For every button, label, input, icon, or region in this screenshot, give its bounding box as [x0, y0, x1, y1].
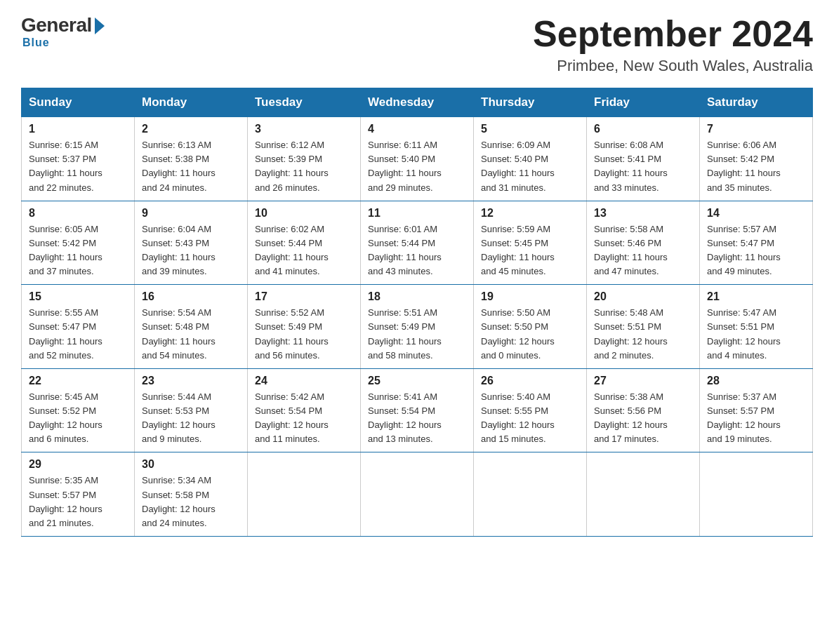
calendar-cell: 26Sunrise: 5:40 AMSunset: 5:55 PMDayligh…	[474, 368, 587, 452]
calendar-cell: 7Sunrise: 6:06 AMSunset: 5:42 PMDaylight…	[700, 117, 813, 201]
day-number: 27	[594, 375, 692, 387]
calendar-cell: 5Sunrise: 6:09 AMSunset: 5:40 PMDaylight…	[474, 117, 587, 201]
calendar-cell	[700, 452, 813, 537]
calendar-cell: 1Sunrise: 6:15 AMSunset: 5:37 PMDaylight…	[22, 117, 135, 201]
day-number: 22	[29, 375, 127, 387]
day-number: 17	[255, 290, 353, 303]
day-info: Sunrise: 6:06 AMSunset: 5:42 PMDaylight:…	[707, 138, 805, 195]
logo: General Blue	[21, 14, 105, 49]
day-info: Sunrise: 5:41 AMSunset: 5:54 PMDaylight:…	[368, 390, 466, 447]
day-info: Sunrise: 5:58 AMSunset: 5:46 PMDaylight:…	[594, 222, 692, 279]
location-title: Primbee, New South Wales, Australia	[533, 57, 813, 75]
calendar-cell: 24Sunrise: 5:42 AMSunset: 5:54 PMDayligh…	[248, 368, 361, 452]
calendar-cell: 6Sunrise: 6:08 AMSunset: 5:41 PMDaylight…	[587, 117, 700, 201]
day-info: Sunrise: 5:38 AMSunset: 5:56 PMDaylight:…	[594, 390, 692, 447]
calendar-header-row: SundayMondayTuesdayWednesdayThursdayFrid…	[22, 88, 813, 117]
day-number: 10	[255, 207, 353, 220]
day-number: 4	[368, 123, 466, 135]
calendar-day-header: Thursday	[474, 88, 587, 117]
calendar-cell: 10Sunrise: 6:02 AMSunset: 5:44 PMDayligh…	[248, 201, 361, 285]
calendar-cell	[361, 452, 474, 537]
calendar-week-row: 8Sunrise: 6:05 AMSunset: 5:42 PMDaylight…	[22, 201, 813, 285]
calendar-cell: 21Sunrise: 5:47 AMSunset: 5:51 PMDayligh…	[700, 285, 813, 369]
day-info: Sunrise: 5:45 AMSunset: 5:52 PMDaylight:…	[29, 390, 127, 447]
day-number: 26	[481, 375, 579, 387]
calendar-cell: 9Sunrise: 6:04 AMSunset: 5:43 PMDaylight…	[135, 201, 248, 285]
day-info: Sunrise: 6:11 AMSunset: 5:40 PMDaylight:…	[368, 138, 466, 195]
day-number: 19	[481, 290, 579, 303]
day-number: 12	[481, 207, 579, 220]
calendar-cell	[474, 452, 587, 537]
day-info: Sunrise: 6:09 AMSunset: 5:40 PMDaylight:…	[481, 138, 579, 195]
calendar-cell: 25Sunrise: 5:41 AMSunset: 5:54 PMDayligh…	[361, 368, 474, 452]
day-info: Sunrise: 6:02 AMSunset: 5:44 PMDaylight:…	[255, 222, 353, 279]
day-number: 7	[707, 123, 805, 135]
day-info: Sunrise: 5:47 AMSunset: 5:51 PMDaylight:…	[707, 306, 805, 363]
day-number: 24	[255, 375, 353, 387]
day-info: Sunrise: 5:52 AMSunset: 5:49 PMDaylight:…	[255, 306, 353, 363]
day-info: Sunrise: 5:54 AMSunset: 5:48 PMDaylight:…	[142, 306, 240, 363]
calendar-week-row: 1Sunrise: 6:15 AMSunset: 5:37 PMDaylight…	[22, 117, 813, 201]
day-number: 5	[481, 123, 579, 135]
calendar-day-header: Wednesday	[361, 88, 474, 117]
calendar-cell: 23Sunrise: 5:44 AMSunset: 5:53 PMDayligh…	[135, 368, 248, 452]
day-info: Sunrise: 5:57 AMSunset: 5:47 PMDaylight:…	[707, 222, 805, 279]
day-number: 8	[29, 207, 127, 220]
day-number: 6	[594, 123, 692, 135]
day-number: 2	[142, 123, 240, 135]
calendar-cell: 18Sunrise: 5:51 AMSunset: 5:49 PMDayligh…	[361, 285, 474, 369]
day-number: 3	[255, 123, 353, 135]
day-info: Sunrise: 5:37 AMSunset: 5:57 PMDaylight:…	[707, 390, 805, 447]
calendar-cell: 29Sunrise: 5:35 AMSunset: 5:57 PMDayligh…	[22, 452, 135, 537]
logo-arrow-icon	[95, 18, 105, 34]
calendar-cell: 28Sunrise: 5:37 AMSunset: 5:57 PMDayligh…	[700, 368, 813, 452]
day-info: Sunrise: 6:04 AMSunset: 5:43 PMDaylight:…	[142, 222, 240, 279]
calendar-cell: 11Sunrise: 6:01 AMSunset: 5:44 PMDayligh…	[361, 201, 474, 285]
day-info: Sunrise: 5:44 AMSunset: 5:53 PMDaylight:…	[142, 390, 240, 447]
day-number: 13	[594, 207, 692, 220]
day-info: Sunrise: 6:05 AMSunset: 5:42 PMDaylight:…	[29, 222, 127, 279]
calendar-cell: 27Sunrise: 5:38 AMSunset: 5:56 PMDayligh…	[587, 368, 700, 452]
page-header: General Blue September 2024 Primbee, New…	[21, 14, 813, 75]
day-info: Sunrise: 6:12 AMSunset: 5:39 PMDaylight:…	[255, 138, 353, 195]
calendar-cell	[587, 452, 700, 537]
calendar-cell: 4Sunrise: 6:11 AMSunset: 5:40 PMDaylight…	[361, 117, 474, 201]
calendar-cell	[248, 452, 361, 537]
day-info: Sunrise: 5:42 AMSunset: 5:54 PMDaylight:…	[255, 390, 353, 447]
calendar-cell: 15Sunrise: 5:55 AMSunset: 5:47 PMDayligh…	[22, 285, 135, 369]
day-number: 30	[142, 458, 240, 471]
day-number: 28	[707, 375, 805, 387]
day-number: 14	[707, 207, 805, 220]
day-number: 16	[142, 290, 240, 303]
calendar-week-row: 29Sunrise: 5:35 AMSunset: 5:57 PMDayligh…	[22, 452, 813, 537]
title-section: September 2024 Primbee, New South Wales,…	[533, 14, 813, 75]
calendar-cell: 17Sunrise: 5:52 AMSunset: 5:49 PMDayligh…	[248, 285, 361, 369]
day-info: Sunrise: 5:51 AMSunset: 5:49 PMDaylight:…	[368, 306, 466, 363]
day-info: Sunrise: 5:59 AMSunset: 5:45 PMDaylight:…	[481, 222, 579, 279]
calendar-week-row: 22Sunrise: 5:45 AMSunset: 5:52 PMDayligh…	[22, 368, 813, 452]
day-info: Sunrise: 5:40 AMSunset: 5:55 PMDaylight:…	[481, 390, 579, 447]
day-number: 21	[707, 290, 805, 303]
day-number: 23	[142, 375, 240, 387]
day-number: 15	[29, 290, 127, 303]
day-number: 25	[368, 375, 466, 387]
calendar-day-header: Friday	[587, 88, 700, 117]
calendar-cell: 16Sunrise: 5:54 AMSunset: 5:48 PMDayligh…	[135, 285, 248, 369]
day-number: 29	[29, 458, 127, 471]
day-info: Sunrise: 5:48 AMSunset: 5:51 PMDaylight:…	[594, 306, 692, 363]
calendar-cell: 30Sunrise: 5:34 AMSunset: 5:58 PMDayligh…	[135, 452, 248, 537]
logo-blue-text: Blue	[22, 36, 50, 49]
calendar-cell: 20Sunrise: 5:48 AMSunset: 5:51 PMDayligh…	[587, 285, 700, 369]
calendar-cell: 22Sunrise: 5:45 AMSunset: 5:52 PMDayligh…	[22, 368, 135, 452]
calendar-cell: 19Sunrise: 5:50 AMSunset: 5:50 PMDayligh…	[474, 285, 587, 369]
calendar-day-header: Sunday	[22, 88, 135, 117]
day-number: 9	[142, 207, 240, 220]
calendar-cell: 2Sunrise: 6:13 AMSunset: 5:38 PMDaylight…	[135, 117, 248, 201]
calendar-cell: 3Sunrise: 6:12 AMSunset: 5:39 PMDaylight…	[248, 117, 361, 201]
calendar-day-header: Tuesday	[248, 88, 361, 117]
calendar-table: SundayMondayTuesdayWednesdayThursdayFrid…	[21, 88, 813, 537]
calendar-day-header: Saturday	[700, 88, 813, 117]
day-info: Sunrise: 6:01 AMSunset: 5:44 PMDaylight:…	[368, 222, 466, 279]
calendar-week-row: 15Sunrise: 5:55 AMSunset: 5:47 PMDayligh…	[22, 285, 813, 369]
day-info: Sunrise: 6:13 AMSunset: 5:38 PMDaylight:…	[142, 138, 240, 195]
